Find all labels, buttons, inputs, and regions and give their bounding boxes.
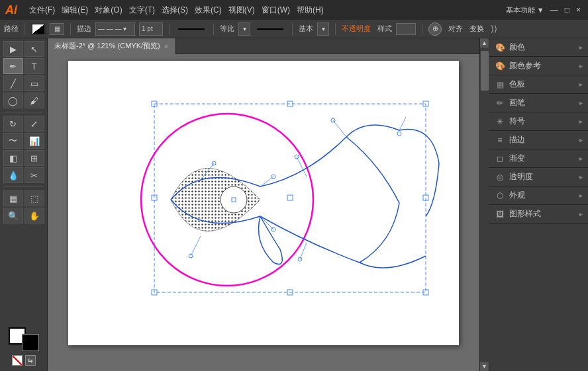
toolbar-sep-2 — [70, 23, 71, 35]
scroll-track[interactable] — [480, 48, 489, 362]
none-swatch[interactable] — [12, 355, 23, 366]
panel-header-stroke[interactable]: ≡ 描边 ▸ — [489, 131, 588, 149]
symbol-arrow: ▸ — [579, 118, 583, 125]
maximize-button[interactable]: □ — [565, 5, 569, 15]
zoom-tool[interactable]: 🔍 — [3, 208, 23, 224]
tool-row-5: ↻ ⤢ — [1, 116, 46, 132]
tool-row-3: ╱ ▭ — [1, 75, 46, 91]
graphic-styles-label: 图形样式 — [509, 208, 541, 220]
color-panel-arrow: ▸ — [579, 44, 583, 51]
artboard-tool[interactable]: ▦ — [3, 190, 23, 206]
swap-colors-button[interactable]: ⇆ — [25, 355, 36, 366]
tool-sep-2 — [4, 186, 43, 187]
selection-tool[interactable]: ▶ — [3, 41, 23, 57]
basic-dropdown[interactable]: ▾ — [317, 22, 329, 36]
tab-close-button[interactable]: × — [164, 42, 168, 50]
document-canvas: 如上图所示，一一选择我们需要的部分 — [48, 54, 479, 371]
extra-panel-icon[interactable]: ⟩⟩ — [491, 24, 497, 34]
stroke-width-input[interactable]: 1 pt — [139, 22, 163, 36]
gradient-tool[interactable]: ◧ — [3, 150, 23, 166]
eyedropper-tool[interactable]: 💧 — [3, 167, 23, 183]
close-button[interactable]: × — [576, 5, 581, 15]
stroke-color-swatch[interactable] — [31, 23, 46, 35]
panel-header-appearance[interactable]: ⬡ 外观 ▸ — [489, 186, 588, 204]
hand-tool[interactable]: ✋ — [24, 208, 44, 224]
gradient-icon: ◻ — [495, 153, 505, 164]
right-panel: 🎨 颜色 ▸ 🎨 颜色参考 ▸ ▦ 色板 ▸ ✏ 画笔 ▸ — [489, 38, 588, 371]
menu-view[interactable]: 视图(V) — [228, 5, 255, 16]
panel-header-brush[interactable]: ✏ 画笔 ▸ — [489, 94, 588, 112]
menu-text[interactable]: 文字(T) — [129, 5, 155, 16]
pen-tool[interactable]: ✒ — [3, 58, 23, 74]
stroke-dropdown[interactable]: — — — ▾ — [95, 22, 135, 36]
workspace-switcher[interactable]: 基本功能 ▼ — [506, 5, 544, 15]
panel-header-gradient[interactable]: ◻ 渐变 ▸ — [489, 149, 588, 167]
menu-window[interactable]: 窗口(W) — [262, 5, 290, 16]
drawing-svg — [68, 61, 459, 345]
scale-tool[interactable]: ⤢ — [24, 116, 44, 132]
swatches-label: 色板 — [509, 79, 525, 90]
symbol-label: 符号 — [509, 116, 525, 127]
minimize-button[interactable]: — — [550, 5, 558, 15]
menu-effect[interactable]: 效果(C) — [195, 5, 222, 16]
line-preview — [178, 28, 205, 30]
panel-section-swatches: ▦ 色板 ▸ — [489, 75, 588, 94]
opacity-label[interactable]: 不透明度 — [342, 24, 371, 34]
rect-tool[interactable]: ▭ — [24, 75, 44, 91]
stroke-arrow: ▸ — [579, 136, 583, 144]
equal-ratio-dropdown[interactable]: ▾ — [238, 22, 250, 36]
menu-help[interactable]: 帮助(H) — [297, 5, 324, 16]
graph-tool[interactable]: 📊 — [24, 133, 44, 149]
style-preview[interactable] — [396, 23, 416, 35]
line-tool[interactable]: ╱ — [3, 75, 23, 91]
menu-file[interactable]: 文件(F) — [29, 5, 55, 16]
doc-tab-title: 未标题-2* @ 121% (CMYK/预览) — [54, 41, 160, 51]
panel-header-transparency[interactable]: ◎ 透明度 ▸ — [489, 168, 588, 186]
menu-select[interactable]: 选择(S) — [162, 5, 188, 16]
panel-header-color[interactable]: 🎨 颜色 ▸ — [489, 38, 588, 56]
panel-header-color-ref[interactable]: 🎨 颜色参考 ▸ — [489, 57, 588, 75]
panel-section-brush: ✏ 画笔 ▸ — [489, 94, 588, 112]
slice-tool[interactable]: ⬚ — [24, 190, 44, 206]
scroll-thumb[interactable] — [481, 51, 489, 91]
swatches-icon: ▦ — [495, 79, 505, 90]
panel-icon-circle[interactable]: ⊕ — [428, 22, 442, 36]
tab-bar: 未标题-2* @ 121% (CMYK/预览) × — [48, 38, 479, 54]
tool-row-8: 💧 ✂ — [1, 167, 46, 183]
ai-logo: Ai — [5, 3, 17, 17]
toolbar-sep-4 — [213, 23, 214, 35]
warp-tool[interactable]: 〜 — [3, 133, 23, 149]
ellipse-tool[interactable]: ◯ — [3, 93, 23, 108]
window-controls: — □ × — [548, 5, 583, 15]
path-label: 路径 — [4, 24, 19, 34]
menu-edit[interactable]: 编辑(E) — [62, 5, 88, 16]
transform-label: 变换 — [469, 24, 484, 34]
panel-section-transparency: ◎ 透明度 ▸ — [489, 168, 588, 186]
scissors-tool[interactable]: ✂ — [24, 167, 44, 183]
fill-stroke-toggle[interactable]: ▦ — [50, 23, 64, 35]
menu-object[interactable]: 对象(O) — [95, 5, 122, 16]
scroll-down-button[interactable]: ▼ — [480, 362, 489, 371]
tool-row-2: ✒ T — [1, 58, 46, 74]
scroll-up-button[interactable]: ▲ — [480, 38, 489, 48]
direct-select-tool[interactable]: ↖ — [24, 41, 44, 57]
rotate-tool[interactable]: ↻ — [3, 116, 23, 132]
title-bar-menus: 文件(F) 编辑(E) 对象(O) 文字(T) 选择(S) 效果(C) 视图(V… — [29, 5, 324, 16]
panel-header-symbol[interactable]: ✳ 符号 ▸ — [489, 112, 588, 130]
panel-header-graphic-styles[interactable]: 🖼 图形样式 ▸ — [489, 205, 588, 223]
stroke-swatch[interactable] — [22, 334, 39, 351]
line-preview-2 — [257, 28, 283, 30]
brush-tool[interactable]: 🖌 — [24, 93, 44, 108]
panel-header-swatches[interactable]: ▦ 色板 ▸ — [489, 75, 588, 93]
brush-arrow: ▸ — [579, 99, 583, 106]
toolbar-sep-1 — [24, 23, 25, 35]
brush-label: 画笔 — [509, 97, 525, 108]
tool-row-4: ◯ 🖌 — [1, 93, 46, 108]
mesh-tool[interactable]: ⊞ — [24, 150, 44, 166]
title-bar: Ai 文件(F) 编辑(E) 对象(O) 文字(T) 选择(S) 效果(C) 视… — [0, 0, 588, 20]
type-tool[interactable]: T — [24, 58, 44, 74]
appearance-label: 外观 — [509, 190, 525, 201]
document-tab[interactable]: 未标题-2* @ 121% (CMYK/预览) × — [48, 38, 175, 54]
graphic-styles-icon: 🖼 — [495, 209, 505, 220]
transparency-arrow: ▸ — [579, 173, 583, 181]
